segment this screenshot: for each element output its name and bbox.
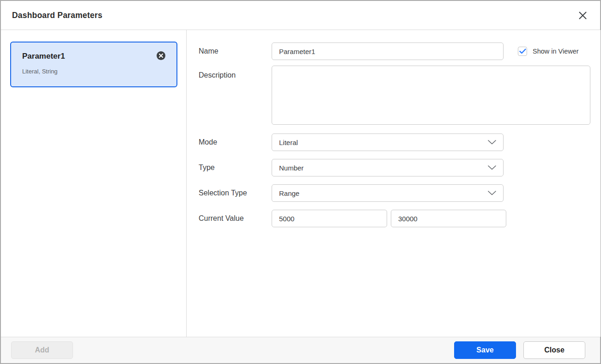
show-in-viewer-label: Show in Viewer xyxy=(533,48,579,55)
delete-icon xyxy=(157,51,165,60)
current-value-to-input[interactable] xyxy=(391,210,506,227)
description-row: Description xyxy=(199,66,590,125)
parameter-card-title: Parameter1 xyxy=(22,52,165,61)
show-in-viewer-toggle[interactable]: Show in Viewer xyxy=(518,47,579,56)
parameter-form-panel: Name Show in Viewer Description xyxy=(187,30,601,337)
parameter-card[interactable]: Parameter1 Literal, String xyxy=(10,42,177,87)
mode-dropdown-value: Literal xyxy=(279,139,298,146)
description-label: Description xyxy=(199,66,272,79)
mode-dropdown[interactable]: Literal xyxy=(272,133,504,151)
close-button[interactable]: Close xyxy=(523,341,585,359)
chevron-down-icon xyxy=(488,140,496,145)
name-row: Name Show in Viewer xyxy=(199,42,590,60)
add-parameter-button[interactable]: Add xyxy=(11,341,73,359)
save-button[interactable]: Save xyxy=(454,341,516,359)
check-icon xyxy=(519,49,526,54)
close-icon xyxy=(579,12,587,19)
mode-row: Mode Literal xyxy=(199,133,590,151)
dialog-close-icon[interactable] xyxy=(576,9,589,22)
dialog-body: Parameter1 Literal, String Name xyxy=(1,30,600,337)
show-in-viewer-checkbox[interactable] xyxy=(518,47,527,56)
name-label: Name xyxy=(199,47,272,55)
current-value-label: Current Value xyxy=(199,214,272,223)
parameter-list-panel: Parameter1 Literal, String xyxy=(1,30,187,337)
description-input[interactable] xyxy=(272,66,590,125)
dialog-header: Dashboard Parameters xyxy=(1,1,600,30)
mode-label: Mode xyxy=(199,138,272,146)
type-label: Type xyxy=(199,164,272,172)
delete-parameter-button[interactable] xyxy=(157,51,165,60)
current-value-from-input[interactable] xyxy=(272,210,387,227)
selection-type-dropdown-value: Range xyxy=(279,189,299,197)
type-dropdown[interactable]: Number xyxy=(272,159,504,176)
chevron-down-icon xyxy=(488,191,496,195)
chevron-down-icon xyxy=(488,165,496,170)
type-dropdown-value: Number xyxy=(279,164,304,172)
dashboard-parameters-dialog: Dashboard Parameters Parameter1 Literal,… xyxy=(0,0,601,364)
selection-type-dropdown[interactable]: Range xyxy=(272,184,504,202)
type-row: Type Number xyxy=(199,159,590,176)
selection-type-label: Selection Type xyxy=(199,189,272,197)
current-value-row: Current Value xyxy=(199,210,590,227)
name-input[interactable] xyxy=(272,42,504,60)
dialog-footer: Add Save Close xyxy=(1,337,600,363)
selection-type-row: Selection Type Range xyxy=(199,184,590,202)
dialog-title: Dashboard Parameters xyxy=(12,11,103,20)
parameter-card-subtitle: Literal, String xyxy=(22,68,165,75)
